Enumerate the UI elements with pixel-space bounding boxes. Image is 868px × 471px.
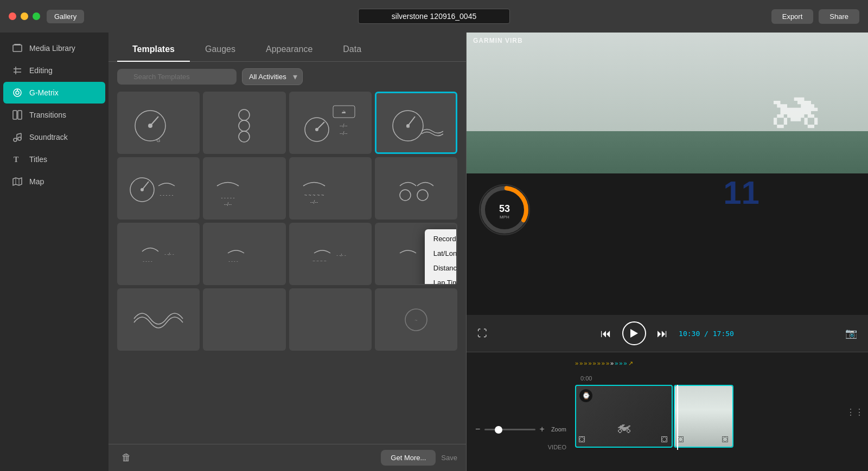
panel-toolbar: 🔍 All Activities Cycling Running Motorsp… (108, 62, 466, 92)
g-metrix-icon (12, 87, 23, 98)
video-clip-2[interactable]: ⛋ ⛋ (674, 385, 733, 448)
timeline-area: − + Zoom VIDEO » » » » » » (467, 352, 868, 471)
template-cell-11[interactable]: ~ ~ ~ ~ - -/- - (289, 223, 372, 285)
sidebar-item-transitions[interactable]: Transitions (3, 104, 105, 126)
template-cell-8[interactable] (375, 157, 457, 220)
get-more-button[interactable]: Get More... (381, 450, 436, 466)
garmin-logo: GARMIN VIRB (473, 37, 523, 44)
arrow-2: » (579, 360, 583, 367)
dropdown-item-lat-lon-gs[interactable]: Lat/Lon Gs (425, 246, 457, 261)
svg-point-36 (406, 124, 410, 127)
export-button[interactable]: Export (771, 9, 814, 24)
dropdown-item-recorded-speed[interactable]: Recorded Speed (425, 231, 457, 246)
zoom-plus[interactable]: + (540, 424, 545, 434)
activity-dropdown-wrapper: All Activities Cycling Running Motorspor… (242, 68, 303, 85)
rewind-button[interactable]: ⏮ (601, 327, 611, 340)
sidebar-label-titles: Titles (29, 155, 47, 164)
video-preview: GARMIN VIRB 🏍 11 53 MPH (467, 33, 868, 315)
template-cell-6[interactable]: - - - - - --/-- (203, 157, 285, 220)
expand-button[interactable]: ⛶ (477, 328, 487, 339)
timeline-content: » » » » » » » » » » » » ↗ 0:00 (575, 352, 868, 471)
activity-dropdown[interactable]: All Activities Cycling Running Motorspor… (242, 68, 303, 85)
sidebar-item-editing[interactable]: Editing (3, 60, 105, 81)
sidebar-label-g-metrix: G-Metrix (29, 88, 59, 97)
tab-data[interactable]: Data (328, 39, 376, 62)
play-button[interactable] (622, 321, 646, 345)
moto-rider: 🏍 (770, 75, 825, 137)
panel-tabs: Templates Gauges Appearance Data (108, 33, 466, 62)
sidebar-item-g-metrix[interactable]: G-Metrix (3, 82, 105, 104)
sidebar-item-soundtrack[interactable]: Soundtrack (3, 126, 105, 148)
template-cell-5[interactable]: - - - - - (117, 157, 200, 220)
template-cell-15[interactable] (289, 288, 372, 351)
panel-bottom: 🗑 Get More... Save (108, 444, 466, 471)
timeline-arrows: » » » » » » » » » » » » ↗ (575, 352, 868, 374)
transitions-icon (12, 109, 23, 120)
arrow-9: » (610, 360, 614, 367)
close-button[interactable] (9, 12, 16, 20)
clip-2-corner-right: ⛋ (722, 435, 730, 444)
moto-scene: GARMIN VIRB 🏍 11 53 MPH (467, 33, 868, 315)
delete-button[interactable]: 🗑 (117, 450, 136, 466)
maximize-button[interactable] (33, 12, 40, 20)
screenshot-button[interactable]: 📷 (845, 327, 857, 339)
tab-gauges[interactable]: Gauges (190, 39, 251, 62)
video-clip-1[interactable]: ⌚ 🏍 ⛋ ⛋ (575, 385, 673, 448)
arrow-6: » (597, 360, 601, 367)
preview-and-timeline: GARMIN VIRB 🏍 11 53 MPH (467, 33, 868, 471)
template-cell-16[interactable]: ~ (375, 288, 457, 351)
svg-rect-9 (18, 111, 22, 119)
share-button[interactable]: Share (819, 9, 859, 24)
template-cell-10[interactable]: - - - - (203, 223, 285, 285)
tab-appearance[interactable]: Appearance (251, 39, 328, 62)
svg-point-46 (417, 190, 428, 201)
minimize-button[interactable] (21, 12, 28, 20)
template-cell-14[interactable] (203, 288, 285, 351)
template-cell-3[interactable]: ⛰ --/-- --/-- (289, 92, 372, 154)
template-cell-9[interactable]: - - - - - -/- - (117, 223, 200, 285)
svg-line-35 (408, 117, 415, 126)
sidebar-item-media-library[interactable]: Media Library (3, 37, 105, 59)
svg-text:- - - -: - - - - (229, 259, 239, 263)
svg-point-11 (18, 137, 21, 140)
dropdown-item-distance[interactable]: Distance (425, 261, 457, 275)
sidebar-item-map[interactable]: Map (3, 171, 105, 192)
template-cell-1[interactable]: G (117, 92, 200, 154)
template-cell-12[interactable]: Recorded Speed Lat/Lon Gs Distance Lap T… (375, 223, 457, 285)
sidebar-label-map: Map (29, 177, 44, 186)
video-track: ⌚ 🏍 ⛋ ⛋ ⛋ ⛋ (575, 385, 868, 450)
arrow-extra: ↗ (628, 360, 633, 367)
svg-rect-1 (14, 44, 21, 45)
sidebar-item-titles[interactable]: T Titles (3, 149, 105, 170)
next-frame-button[interactable]: ⏭ (657, 327, 668, 340)
template-cell-7[interactable]: ~ ~ ~ ~ ~ --/-- (289, 157, 372, 220)
main-area: Media Library Editing G-Metrix (0, 33, 868, 471)
dropdown-item-lap-time[interactable]: Lap Time (425, 275, 457, 285)
soundtrack-icon (12, 132, 23, 143)
title-field[interactable] (358, 9, 510, 24)
tab-templates[interactable]: Templates (117, 39, 190, 62)
video-controls: ⛶ ⏮ ⏭ 10:30 / 17:50 📷 (467, 315, 868, 352)
zoom-slider[interactable] (484, 429, 535, 430)
svg-point-25 (239, 131, 250, 142)
speed-gauge-preview: 53 MPH (477, 183, 532, 239)
traffic-lights (9, 12, 40, 20)
svg-marker-59 (630, 329, 638, 338)
search-input[interactable] (117, 69, 237, 85)
template-cell-13[interactable] (117, 288, 200, 351)
svg-point-45 (400, 190, 411, 201)
gallery-button[interactable]: Gallery (47, 10, 84, 23)
titlebar-actions: Export Share (771, 9, 859, 24)
zoom-minus[interactable]: − (475, 424, 480, 434)
timeline-labels: − + Zoom VIDEO (467, 352, 575, 471)
template-cell-4[interactable]: G (375, 92, 457, 154)
save-button[interactable]: Save (441, 454, 457, 462)
drag-handle[interactable]: ⋮⋮ (846, 407, 864, 417)
zoom-control: − + Zoom (467, 419, 575, 440)
svg-text:~ ~ ~ ~ ~: ~ ~ ~ ~ ~ (304, 192, 323, 198)
template-cell-2[interactable] (203, 92, 285, 154)
arrow-10: » (615, 360, 618, 367)
playhead (677, 385, 678, 450)
svg-text:--/--: --/-- (310, 199, 318, 205)
sidebar-label-media-library: Media Library (29, 44, 75, 53)
